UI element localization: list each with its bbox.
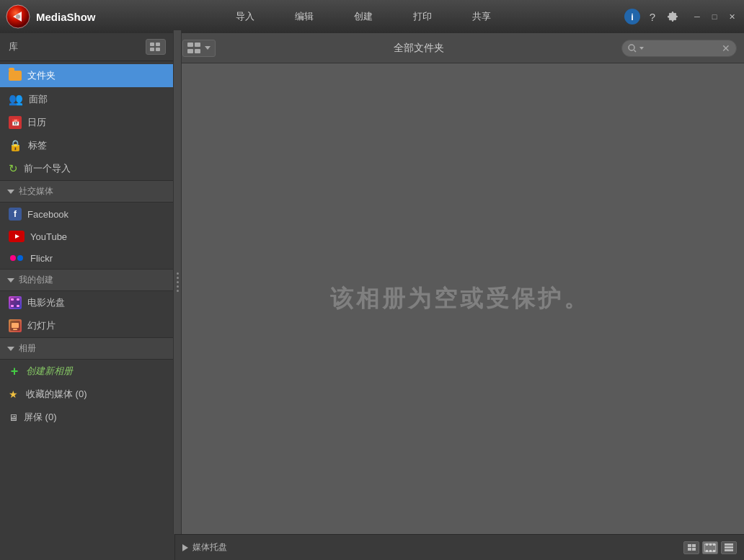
svg-rect-17 [195,43,200,47]
view-mode-buttons [683,541,737,554]
search-icon [628,44,637,53]
sidebar-label-screensaver: 屏保 (0) [24,411,57,424]
sidebar-label-slideshow: 幻灯片 [27,319,56,332]
svg-rect-4 [150,48,154,51]
collapse-arrow-social [7,190,14,194]
content-folder-title: 全部文件夹 [221,42,616,55]
svg-rect-10 [17,298,19,301]
search-bar[interactable]: ✕ [621,40,737,57]
sidebar-item-face[interactable]: 👥 面部 [0,87,174,111]
sidebar-header: 库 [0,33,174,61]
sidebar-item-new-album[interactable]: + 创建新相册 [0,360,174,383]
title-bar: MediaShow 导入 编辑 创建 打印 共享 i ? ─ □ ✕ [0,0,744,33]
sidebar: 库 文件夹 👥 面部 📅 [0,33,175,560]
media-tray-button[interactable]: 媒体托盘 [182,541,227,554]
close-button[interactable]: ✕ [725,10,738,23]
sidebar-label-movie: 电影光盘 [27,296,65,309]
folder-icon [9,71,22,81]
face-icon: 👥 [9,92,23,106]
title-controls: i ? ─ □ ✕ [624,9,738,25]
sidebar-section-title: 库 [9,40,18,53]
sidebar-item-slideshow[interactable]: 幻灯片 [0,314,174,337]
bottom-bar: 媒体托盘 [175,534,744,560]
sidebar-item-favorites[interactable]: ★ 收藏的媒体 (0) [0,383,174,406]
sidebar-label-folder: 文件夹 [27,69,56,82]
dropdown-arrow-icon [205,46,211,50]
svg-rect-24 [709,543,712,546]
svg-rect-14 [12,323,19,328]
svg-rect-9 [11,298,14,301]
main-layout: 库 文件夹 👥 面部 📅 [0,33,744,560]
svg-point-1 [16,14,20,19]
svg-rect-18 [187,49,193,53]
sidebar-group-social-label: 社交媒体 [19,185,53,197]
sidebar-item-youtube[interactable]: YouTube [0,226,174,247]
sidebar-group-mywork[interactable]: 我的创建 [0,269,174,291]
empty-message: 该相册为空或受保护。 [330,283,590,315]
calendar-icon: 📅 [9,116,22,129]
svg-rect-2 [150,43,154,46]
content-toolbar: 全部文件夹 ✕ [175,33,744,63]
search-dropdown-icon [639,47,644,50]
plus-icon: + [9,365,20,377]
sidebar-label-face: 面部 [29,93,48,106]
svg-rect-26 [706,550,708,552]
monitor-icon: 🖥 [9,412,18,423]
sidebar-label-import: 前一个导入 [24,162,71,175]
view-options-button[interactable] [182,40,216,57]
sidebar-item-tag[interactable]: 🔒 标签 [0,134,174,157]
grid-view-icon [688,544,696,551]
sidebar-group-social[interactable]: 社交媒体 [0,180,174,203]
minimize-button[interactable]: ─ [691,10,704,23]
sidebar-label-tag: 标签 [28,139,47,152]
sidebar-group-album-label: 相册 [19,342,36,355]
app-logo [6,4,30,29]
sidebar-list: 文件夹 👥 面部 📅 日历 🔒 标签 ↻ 前一个导入 [0,61,174,560]
svg-rect-3 [156,43,160,46]
svg-rect-16 [187,43,193,47]
flickr-icon [9,252,25,264]
sidebar-label-favorites: 收藏的媒体 (0) [26,388,87,401]
facebook-icon: f [9,208,22,221]
sidebar-item-folder[interactable]: 文件夹 [0,64,174,87]
sidebar-view-button[interactable] [146,39,166,55]
info-button[interactable]: i [624,9,640,25]
tag-icon: 🔒 [9,139,22,152]
nav-import[interactable]: 导入 [216,6,275,27]
star-icon: ★ [9,388,20,400]
svg-rect-27 [709,550,712,552]
grid-view-button[interactable] [683,541,699,554]
svg-rect-25 [713,543,715,546]
sidebar-item-flickr[interactable]: Flickr [0,247,174,269]
sidebar-splitter[interactable] [173,30,182,534]
nav-menu: 导入 编辑 创建 打印 共享 [110,6,617,27]
sidebar-item-import[interactable]: ↻ 前一个导入 [0,157,174,180]
nav-print[interactable]: 打印 [393,6,452,27]
sidebar-label-facebook: Facebook [27,209,68,220]
slideshow-icon [9,319,22,332]
list-view-button[interactable] [721,541,737,554]
sidebar-label-youtube: YouTube [30,231,67,242]
help-button[interactable]: ? [645,9,660,25]
sidebar-item-calendar[interactable]: 📅 日历 [0,111,174,134]
filmstrip-view-button[interactable] [702,541,718,554]
content-body: 该相册为空或受保护。 [175,63,744,534]
search-clear-button[interactable]: ✕ [722,43,730,54]
svg-rect-11 [11,305,14,307]
nav-create[interactable]: 创建 [334,6,393,27]
nav-share[interactable]: 共享 [452,6,511,27]
sidebar-item-movie[interactable]: 电影光盘 [0,291,174,314]
svg-rect-28 [713,550,715,552]
settings-button[interactable] [665,9,681,25]
svg-rect-23 [706,543,708,546]
nav-edit[interactable]: 编辑 [275,6,334,27]
app-title: MediaShow [36,11,96,23]
sidebar-item-facebook[interactable]: f Facebook [0,203,174,226]
sidebar-group-album[interactable]: 相册 [0,337,174,360]
sidebar-item-screensaver[interactable]: 🖥 屏保 (0) [0,406,174,429]
search-input[interactable] [648,43,706,53]
filmstrip-icon [704,543,716,552]
sidebar-label-calendar: 日历 [27,116,46,129]
svg-rect-12 [17,305,19,307]
maximize-button[interactable]: □ [708,10,721,23]
